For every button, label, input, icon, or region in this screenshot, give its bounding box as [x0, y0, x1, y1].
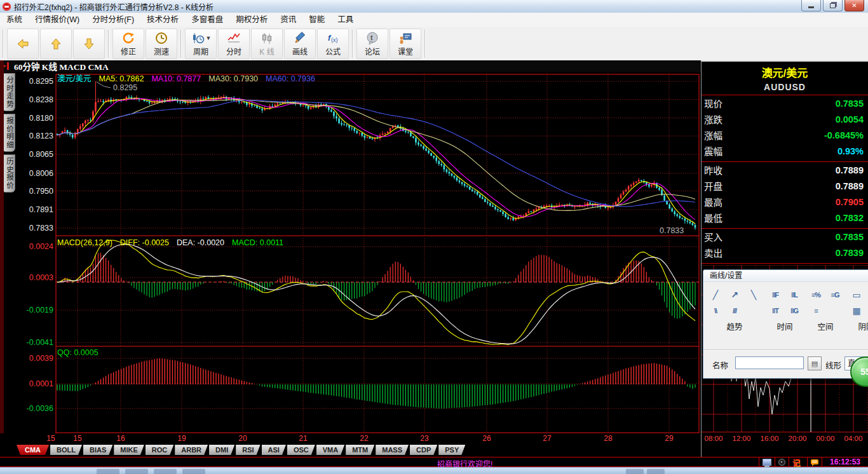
- up-button[interactable]: [40, 29, 72, 59]
- svg-text:0.8065: 0.8065: [29, 150, 53, 159]
- sidebar-tab-intraday-trend[interactable]: 分时走势: [4, 73, 15, 111]
- svg-text:QQ: 0.0005: QQ: 0.0005: [57, 348, 98, 357]
- period-button[interactable]: ▼周期: [185, 29, 217, 59]
- amplitude-label: 震幅: [704, 144, 722, 158]
- tab-dmi[interactable]: DMI: [209, 445, 234, 455]
- kline-button[interactable]: K 线: [251, 29, 283, 59]
- forum-button[interactable]: t论坛: [356, 29, 388, 59]
- sidebar-tab-quote-detail[interactable]: 报价明细: [4, 114, 15, 152]
- qq-indicator-panel[interactable]: 0.00390.0001-0.0036QQ: 0.0005: [15, 347, 701, 433]
- chevron-down-icon[interactable]: ▼: [206, 35, 212, 41]
- divider: [702, 263, 868, 264]
- taskbar-item[interactable]: [182, 469, 205, 474]
- tab-mike[interactable]: MIKE: [114, 445, 144, 455]
- ask-value: 0.7839: [836, 248, 864, 258]
- taskbar-item[interactable]: [125, 469, 148, 474]
- intraday-button[interactable]: 分时: [218, 29, 250, 59]
- restore-button[interactable]: [823, 0, 843, 11]
- x-axis-label: 22: [360, 434, 368, 443]
- menu-technical-analysis[interactable]: 技术分析: [140, 13, 185, 27]
- window-title: 招行外汇2(fxhq2) - 招商银行外汇通行情分析V2.8 - K线分析: [14, 1, 214, 12]
- time-g-icon[interactable]: ‖G: [787, 304, 802, 318]
- minimize-button[interactable]: [801, 0, 821, 11]
- quote-row-amplitude: 震幅0.93%: [702, 143, 868, 159]
- tab-mass[interactable]: MASS: [376, 445, 409, 455]
- open-label: 开盘: [704, 179, 722, 193]
- taskbar-item[interactable]: [647, 469, 665, 474]
- menu-intraday-analysis[interactable]: 分时分析(F): [86, 13, 140, 27]
- rect-icon[interactable]: ▭: [849, 288, 864, 302]
- tool-group-1: ‖F‖L‖T‖G时间: [766, 284, 804, 348]
- tab-cma[interactable]: CMA: [17, 445, 49, 455]
- tab-cdp[interactable]: CDP: [410, 445, 437, 455]
- quote-row-ask: 卖出0.7839: [702, 245, 868, 261]
- taskbar-item[interactable]: [626, 469, 644, 474]
- status-icon-cell[interactable]: [775, 457, 789, 466]
- parallel-three-icon[interactable]: ///: [727, 304, 742, 318]
- memo-icon: 记: [792, 457, 800, 468]
- pencil-icon: [293, 31, 307, 45]
- svg-text:t: t: [370, 34, 373, 41]
- menu-news[interactable]: 资讯: [274, 13, 302, 27]
- status-icon-cell[interactable]: [759, 457, 775, 466]
- tab-roc[interactable]: ROC: [146, 445, 173, 455]
- alarm-icon: [778, 459, 785, 466]
- tool-group-2: ≡%≡G≡空间: [806, 284, 844, 348]
- svg-text:0.7891: 0.7891: [29, 205, 53, 214]
- formula-button[interactable]: f(x)公式: [317, 29, 349, 59]
- taskbar-item[interactable]: [97, 469, 119, 474]
- space-percent-icon[interactable]: ≡%: [808, 288, 824, 302]
- taskbar-item[interactable]: [154, 469, 177, 474]
- svg-text:0.8295: 0.8295: [113, 83, 137, 92]
- message-icon: [811, 459, 818, 464]
- quote-row-current-price: 现价0.7835: [702, 95, 868, 111]
- tab-vma[interactable]: VMA: [316, 445, 344, 455]
- macd-panel[interactable]: 0.00240.0003-0.0019-0.0041MACD(26,12,9)D…: [15, 236, 701, 347]
- indicator-tab-bar: CMABOLLBIASMIKEROCARBRDMIRSIASIOSCVMAMTM…: [0, 445, 701, 457]
- space-lines-icon[interactable]: ≡: [808, 304, 824, 318]
- memo-button[interactable]: ▤: [808, 356, 822, 370]
- tab-osc[interactable]: OSC: [287, 445, 315, 455]
- grid-icon[interactable]: ▦: [849, 304, 864, 318]
- tab-bias[interactable]: BIAS: [83, 445, 112, 455]
- status-icon-cell[interactable]: [807, 457, 822, 466]
- trend-arrow-icon[interactable]: ↗: [727, 288, 742, 302]
- menu-intelligence[interactable]: 智能: [302, 13, 331, 27]
- tab-boll[interactable]: BOLL: [50, 445, 82, 455]
- svg-text:04:00: 04:00: [844, 435, 863, 442]
- tab-asi[interactable]: ASI: [262, 445, 286, 455]
- speed-test-button[interactable]: 测速: [146, 29, 177, 59]
- candle-icon: [260, 31, 274, 45]
- menu-options-analysis[interactable]: 期权分析: [229, 13, 274, 27]
- windows-taskbar[interactable]: [0, 467, 868, 474]
- space-g-icon[interactable]: ≡G: [827, 288, 843, 302]
- status-icon-cell[interactable]: 记: [789, 457, 803, 466]
- menu-system[interactable]: 系统: [0, 13, 29, 27]
- menu-multi-window[interactable]: 多窗看盘: [185, 13, 229, 27]
- trend-segment-icon[interactable]: ╲: [746, 288, 761, 302]
- tab-mtm[interactable]: MTM: [346, 445, 374, 455]
- tab-rsi[interactable]: RSI: [236, 445, 260, 455]
- correct-button[interactable]: 修正: [112, 29, 144, 59]
- drawline-button[interactable]: 画线: [284, 29, 316, 59]
- trend-line-icon[interactable]: ╱: [708, 288, 723, 302]
- sidebar-tab-history-quote[interactable]: 历史报价: [4, 154, 15, 193]
- down-button[interactable]: [73, 29, 105, 59]
- parallel-two-icon[interactable]: \\: [708, 304, 723, 318]
- back-button[interactable]: [7, 29, 39, 59]
- tab-arbr[interactable]: ARBR: [175, 445, 208, 455]
- menu-quotes[interactable]: 行情报价(W): [29, 13, 86, 27]
- close-button[interactable]: ✕: [844, 0, 864, 11]
- svg-text:0.8295: 0.8295: [29, 77, 53, 86]
- tab-psy[interactable]: PSY: [438, 445, 465, 455]
- pair-title: 澳元/美元: [702, 64, 868, 80]
- menu-tools[interactable]: 工具: [331, 13, 360, 27]
- time-f-icon[interactable]: ‖F: [768, 288, 783, 302]
- x-axis-label: 15: [46, 434, 55, 443]
- candlestick-chart[interactable]: 0.82950.82380.81800.81230.80650.80060.79…: [15, 72, 701, 236]
- time-t-icon[interactable]: ‖T: [768, 304, 783, 318]
- time-l-icon[interactable]: ‖L: [787, 288, 802, 302]
- classroom-button[interactable]: 课堂: [390, 29, 421, 59]
- name-input[interactable]: [735, 356, 804, 369]
- svg-text:0.7833: 0.7833: [29, 224, 53, 233]
